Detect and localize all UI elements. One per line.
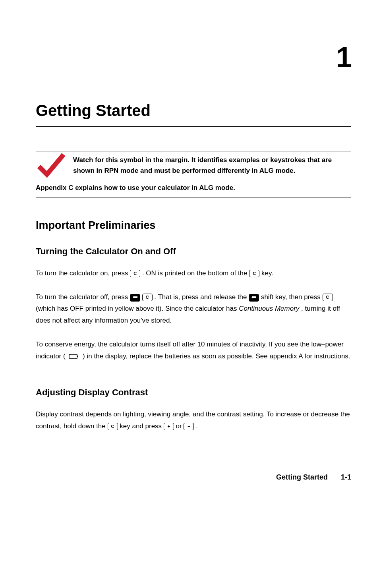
paragraph-turning-off: To turn the calculator off, press C . Th… [36, 291, 351, 327]
text: key and press [120, 422, 164, 430]
svg-rect-0 [69, 354, 77, 358]
key-c: C [130, 270, 140, 277]
callout-box: Watch for this symbol in the margin. It … [36, 151, 351, 197]
key-c: C [323, 294, 333, 301]
text: . ON is printed on the bottom of the [142, 269, 249, 277]
paragraph-contrast: Display contrast depends on lighting, vi… [36, 408, 351, 432]
text: ) in the display, replace the batteries … [83, 352, 350, 360]
text: . [196, 422, 198, 430]
key-plus: + [164, 423, 174, 430]
text: (which has OFF printed in yellow above i… [36, 305, 239, 312]
subsection-heading-turning: Turning the Calculator On and Off [36, 245, 351, 258]
text: key. [261, 269, 273, 277]
key-c: C [249, 270, 259, 277]
key-c: C [108, 423, 118, 430]
checkmark-icon [36, 152, 66, 182]
text: shift key, then press [261, 293, 323, 301]
text: To turn the calculator off, press [36, 293, 130, 301]
paragraph-conserve: To conserve energy, the calculator turns… [36, 338, 351, 363]
text: To turn the calculator on, press [36, 269, 130, 277]
paragraph-turning-on: To turn the calculator on, press C . ON … [36, 267, 351, 279]
footer-title: Getting Started [276, 473, 328, 481]
section-heading-important: Important Preliminaries [36, 217, 351, 234]
text: or [176, 422, 184, 430]
callout-text-1: Watch for this symbol in the margin. It … [73, 155, 351, 176]
page-footer: Getting Started 1-1 [36, 472, 351, 483]
subsection-heading-contrast: Adjusting Display Contrast [36, 386, 351, 399]
footer-page-number: 1-1 [341, 473, 351, 481]
text-italic: Continuous Memory [239, 305, 299, 312]
key-shift-icon [249, 294, 259, 302]
key-c: C [142, 294, 153, 301]
chapter-title: Getting Started [36, 99, 351, 127]
text: . That is, press and release the [154, 293, 249, 301]
svg-rect-1 [77, 356, 78, 357]
key-minus: − [184, 423, 194, 430]
chapter-number: 1 [36, 36, 351, 79]
key-shift-icon [130, 294, 140, 302]
battery-icon [69, 351, 79, 363]
callout-text-2: Appendix C explains how to use your calc… [36, 182, 351, 193]
